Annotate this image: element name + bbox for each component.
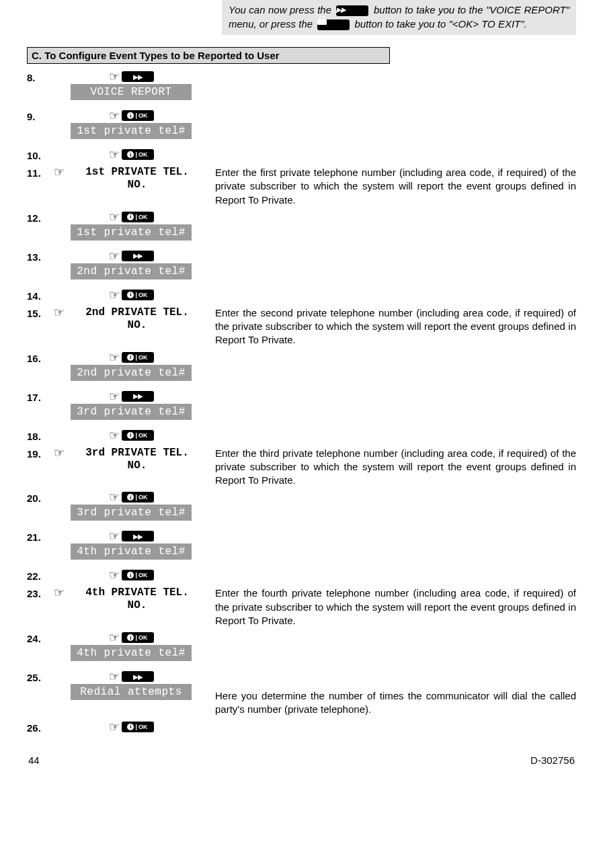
step-number: 21. <box>27 530 54 543</box>
step-row: 24. ☞ i|OK 4th private tel# <box>27 632 576 666</box>
step-number: 11. <box>27 166 54 179</box>
step-number: 13. <box>27 250 54 263</box>
note-text-1: You can now press the <box>229 4 334 15</box>
step-description: Enter the third private telephone number… <box>208 447 576 488</box>
section-header: C. To Configure Event Types to be Report… <box>27 47 390 64</box>
lcd-display: 3rd private tel# <box>71 505 192 521</box>
ok-button-icon: i|OK <box>122 722 154 732</box>
lcd-display: 1st private tel# <box>71 224 192 241</box>
hand-point-icon: ☞ <box>54 166 65 178</box>
ok-button-icon: i|OK <box>122 352 154 363</box>
hand-point-icon: ☞ <box>109 351 120 363</box>
step-description: Enter the first private telephone number… <box>208 166 576 207</box>
step-row: 14. ☞ i|OK <box>27 289 576 302</box>
lcd-display: 2nd private tel# <box>71 263 192 279</box>
prompt-line-1: 4th PRIVATE TEL. <box>66 587 208 599</box>
note-banner: You can now press the ▶▶ button to take … <box>222 0 576 35</box>
hand-point-icon: ☞ <box>109 250 120 262</box>
hand-point-icon: ☞ <box>109 390 120 402</box>
step-row: 15. ☞ 2nd PRIVATE TEL. NO. Enter the sec… <box>27 306 576 347</box>
ok-button-icon: i|OK <box>122 632 154 643</box>
hand-point-icon: ☞ <box>109 148 120 161</box>
hand-point-icon: ☞ <box>54 306 65 318</box>
page-number: 44 <box>28 754 40 766</box>
step-row: 23. ☞ 4th PRIVATE TEL. NO. Enter the fou… <box>27 587 576 627</box>
ok-button-icon: i|OK <box>122 149 154 160</box>
step-description: Enter the second private telephone numbe… <box>208 306 576 347</box>
step-row: 25. ☞ ▶▶ Redial attempts Here you determ… <box>27 670 576 717</box>
step-number: 23. <box>27 587 54 599</box>
step-row: 8. ☞ ▶▶ VOICE REPORT <box>27 71 576 105</box>
step-row: 9. ☞ i|OK 1st private tel# <box>27 110 576 144</box>
step-description: Enter the fourth private telephone numbe… <box>208 587 576 627</box>
step-row: 22. ☞ i|OK <box>27 569 576 582</box>
step-row: 11. ☞ 1st PRIVATE TEL. NO. Enter the fir… <box>27 166 576 207</box>
hand-point-icon: ☞ <box>54 447 65 459</box>
step-number: 18. <box>27 429 54 442</box>
home-button-icon <box>317 19 350 30</box>
next-button-icon: ▶▶ <box>122 391 154 402</box>
prompt-line-2: NO. <box>66 319 208 332</box>
ok-button-icon: i|OK <box>122 570 154 580</box>
hand-point-icon: ☞ <box>109 491 120 503</box>
hand-point-icon: ☞ <box>109 632 120 644</box>
prompt-line-2: NO. <box>66 599 208 612</box>
hand-point-icon: ☞ <box>109 211 120 223</box>
next-button-icon: ▶▶ <box>122 671 154 682</box>
page-footer: 44 D-302756 <box>27 754 576 766</box>
step-row: 21. ☞ ▶▶ 4th private tel# <box>27 530 576 565</box>
document-id: D-302756 <box>530 754 575 766</box>
step-number: 15. <box>27 306 54 319</box>
step-row: 17. ☞ ▶▶ 3rd private tel# <box>27 390 576 425</box>
step-number: 19. <box>27 447 54 460</box>
hand-point-icon: ☞ <box>109 670 120 683</box>
hand-point-icon: ☞ <box>109 530 120 542</box>
step-row: 26. ☞ i|OK <box>27 721 576 734</box>
step-row: 19. ☞ 3rd PRIVATE TEL. NO. Enter the thi… <box>27 447 576 488</box>
lcd-display: 4th private tel# <box>71 544 192 560</box>
hand-point-icon: ☞ <box>109 289 120 301</box>
next-button-icon: ▶▶ <box>122 251 154 261</box>
ok-button-icon: i|OK <box>122 212 154 222</box>
ok-button-icon: i|OK <box>122 290 154 300</box>
step-number: 8. <box>27 71 54 83</box>
lcd-display: 1st private tel# <box>71 123 192 139</box>
step-number: 16. <box>27 351 54 364</box>
note-text-3: , or press the <box>254 18 316 30</box>
prompt-line-1: 2nd PRIVATE TEL. <box>66 306 208 319</box>
hand-point-icon: ☞ <box>54 587 65 599</box>
note-text-4: button to take you to "<OK> TO EXIT". <box>354 18 526 30</box>
hand-point-icon: ☞ <box>109 721 120 733</box>
step-number: 17. <box>27 390 54 403</box>
step-number: 14. <box>27 289 54 302</box>
step-number: 24. <box>27 632 54 644</box>
prompt-line-1: 1st PRIVATE TEL. <box>66 166 208 179</box>
step-number: 12. <box>27 211 54 224</box>
prompt-line-2: NO. <box>66 460 208 472</box>
lcd-display: 3rd private tel# <box>71 404 192 420</box>
step-row: 18. ☞ i|OK <box>27 429 576 443</box>
hand-point-icon: ☞ <box>109 110 120 122</box>
step-number: 9. <box>27 110 54 122</box>
hand-point-icon: ☞ <box>109 429 120 441</box>
step-row: 16. ☞ i|OK 2nd private tel# <box>27 351 576 386</box>
ok-button-icon: i|OK <box>122 110 154 121</box>
step-number: 25. <box>27 670 54 683</box>
step-number: 20. <box>27 491 54 504</box>
ok-button-icon: i|OK <box>122 492 154 503</box>
step-number: 22. <box>27 569 54 582</box>
hand-point-icon: ☞ <box>109 569 120 581</box>
step-row: 10. ☞ i|OK <box>27 148 576 162</box>
lcd-display: 2nd private tel# <box>71 365 192 381</box>
next-button-icon: ▶▶ <box>336 5 368 16</box>
hand-point-icon: ☞ <box>109 71 120 83</box>
next-button-icon: ▶▶ <box>122 531 154 541</box>
prompt-line-2: NO. <box>66 179 208 191</box>
step-number: 26. <box>27 721 54 734</box>
lcd-display: 4th private tel# <box>71 645 192 661</box>
step-number: 10. <box>27 148 54 161</box>
prompt-line-1: 3rd PRIVATE TEL. <box>66 447 208 460</box>
step-row: 20. ☞ i|OK 3rd private tel# <box>27 491 576 526</box>
step-row: 12. ☞ i|OK 1st private tel# <box>27 211 576 246</box>
next-button-icon: ▶▶ <box>122 71 154 82</box>
